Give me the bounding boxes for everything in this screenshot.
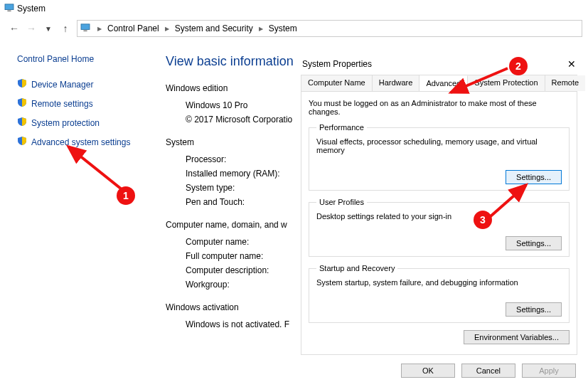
ok-button[interactable]: OK	[401, 364, 455, 378]
tab-computer-name[interactable]: Computer Name	[301, 75, 373, 91]
shield-icon	[17, 117, 27, 129]
edition-value: Windows 10 Pro	[186, 100, 303, 110]
recent-dropdown[interactable]: ▼	[40, 25, 57, 33]
chevron-right-icon[interactable]: ▶	[161, 26, 173, 32]
sidebar-item-label: System protection	[31, 118, 100, 128]
annotation-arrow-3	[488, 181, 545, 223]
tab-panel-advanced: You must be logged on as an Administrato…	[301, 92, 577, 355]
pc-icon	[80, 23, 90, 34]
dialog-buttons: OK Cancel Apply	[397, 364, 576, 378]
desc-startup-recovery: System startup, system failure, and debu…	[316, 278, 562, 287]
legend-performance: Performance	[316, 123, 367, 132]
sidebar-item-label: Device Manager	[31, 80, 93, 90]
svg-line-5	[451, 68, 508, 92]
svg-line-6	[491, 185, 526, 216]
label-processor: Processor:	[186, 154, 303, 164]
admin-note: You must be logged on as an Administrato…	[309, 99, 570, 116]
address-bar[interactable]: ▶ Control Panel ▶ System and Security ▶ …	[77, 20, 582, 37]
shield-icon	[17, 97, 27, 110]
activation-status: Windows is not activated. F	[186, 319, 289, 329]
sidebar-item-system-protection[interactable]: System protection	[17, 117, 144, 129]
group-startup-recovery: Startup and Recovery System startup, sys…	[309, 264, 570, 323]
desc-performance: Visual effects, processor scheduling, me…	[316, 137, 562, 154]
sidebar: Control Panel Home Device Manager Remote…	[0, 40, 153, 387]
up-button[interactable]: ↑	[57, 23, 74, 34]
chevron-right-icon[interactable]: ▶	[255, 26, 267, 32]
monitor-icon	[4, 4, 14, 14]
startup-recovery-settings-button[interactable]: Settings...	[506, 302, 562, 317]
label-pen-touch: Pen and Touch:	[186, 197, 303, 207]
forward-button[interactable]: →	[23, 23, 40, 34]
user-profiles-settings-button[interactable]: Settings...	[506, 236, 562, 250]
nav-bar: ← → ▼ ↑ ▶ Control Panel ▶ System and Sec…	[0, 17, 588, 40]
dialog-title: System Properties	[302, 59, 372, 69]
tab-remote[interactable]: Remote	[545, 75, 586, 91]
label-full-computer-name: Full computer name:	[186, 251, 303, 261]
annotation-callout-3: 3	[474, 211, 492, 229]
chevron-right-icon[interactable]: ▶	[93, 26, 106, 32]
breadcrumb[interactable]: Control Panel	[106, 23, 161, 33]
svg-rect-3	[83, 30, 87, 31]
label-computer-name: Computer name:	[186, 237, 303, 247]
tab-bar: Computer Name Hardware Advanced System P…	[301, 75, 577, 92]
breadcrumb[interactable]: System	[267, 23, 299, 33]
control-panel-home-link[interactable]: Control Panel Home	[17, 54, 144, 64]
environment-variables-button[interactable]: Environment Variables...	[464, 330, 570, 344]
sidebar-item-label: Remote settings	[31, 99, 93, 109]
close-button[interactable]: ✕	[567, 58, 576, 70]
sidebar-item-remote-settings[interactable]: Remote settings	[17, 97, 144, 110]
annotation-callout-1: 1	[117, 186, 135, 205]
svg-rect-1	[7, 10, 11, 11]
shield-icon	[17, 136, 27, 148]
sidebar-item-device-manager[interactable]: Device Manager	[17, 78, 144, 90]
annotation-callout-2: 2	[509, 57, 528, 75]
breadcrumb[interactable]: System and Security	[173, 23, 255, 33]
annotation-arrow-2	[447, 65, 518, 101]
copyright-text: © 2017 Microsoft Corporatio	[186, 115, 292, 124]
shield-icon	[17, 78, 27, 90]
apply-button[interactable]: Apply	[522, 364, 576, 378]
back-button[interactable]: ←	[6, 23, 23, 34]
label-system-type: System type:	[186, 183, 303, 193]
svg-rect-2	[81, 23, 90, 29]
label-ram: Installed memory (RAM):	[186, 169, 303, 179]
legend-user-profiles: User Profiles	[316, 198, 367, 206]
legend-startup-recovery: Startup and Recovery	[316, 264, 397, 272]
window-titlebar: System	[0, 0, 588, 17]
label-workgroup: Workgroup:	[186, 280, 303, 290]
label-computer-description: Computer description:	[186, 265, 303, 275]
tab-hardware[interactable]: Hardware	[373, 75, 420, 91]
svg-line-4	[68, 147, 125, 192]
svg-rect-0	[5, 4, 14, 9]
window-title: System	[17, 4, 46, 14]
cancel-button[interactable]: Cancel	[461, 364, 515, 378]
